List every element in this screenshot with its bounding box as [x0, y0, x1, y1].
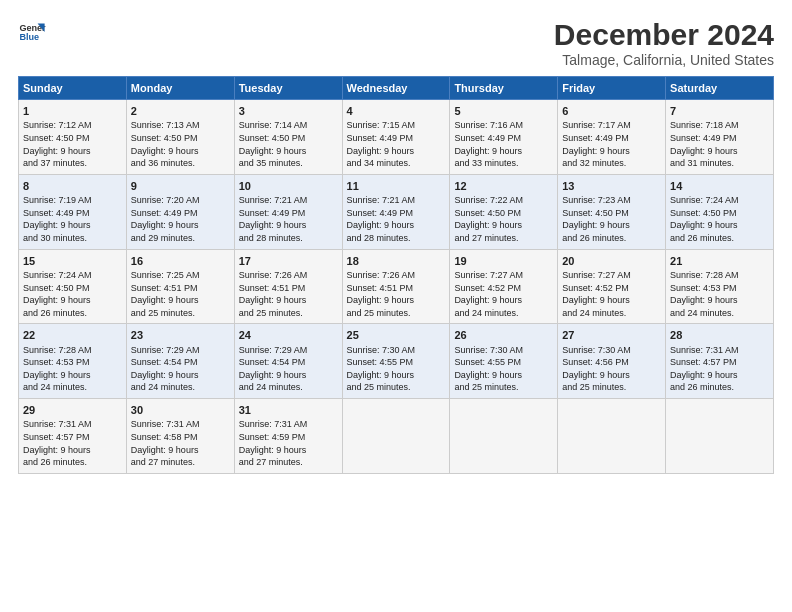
day-info: Daylight: 9 hours — [239, 294, 338, 307]
day-info: and 25 minutes. — [131, 307, 230, 320]
day-info: Sunrise: 7:30 AM — [454, 344, 553, 357]
day-info: and 26 minutes. — [23, 456, 122, 469]
day-info: Daylight: 9 hours — [670, 369, 769, 382]
day-info: Sunrise: 7:21 AM — [347, 194, 446, 207]
day-cell: 1Sunrise: 7:12 AMSunset: 4:50 PMDaylight… — [19, 100, 127, 175]
day-info: Sunset: 4:49 PM — [239, 207, 338, 220]
day-number: 19 — [454, 254, 553, 269]
day-info: and 26 minutes. — [562, 232, 661, 245]
day-info: Sunset: 4:49 PM — [454, 132, 553, 145]
day-number: 4 — [347, 104, 446, 119]
day-number: 15 — [23, 254, 122, 269]
day-number: 14 — [670, 179, 769, 194]
day-info: Sunset: 4:49 PM — [23, 207, 122, 220]
day-info: and 25 minutes. — [562, 381, 661, 394]
day-cell: 29Sunrise: 7:31 AMSunset: 4:57 PMDayligh… — [19, 399, 127, 474]
day-info: Sunrise: 7:26 AM — [239, 269, 338, 282]
day-info: and 32 minutes. — [562, 157, 661, 170]
day-info: Daylight: 9 hours — [562, 145, 661, 158]
day-info: Sunrise: 7:12 AM — [23, 119, 122, 132]
day-info: Sunrise: 7:24 AM — [23, 269, 122, 282]
day-info: and 27 minutes. — [131, 456, 230, 469]
day-number: 28 — [670, 328, 769, 343]
day-cell: 22Sunrise: 7:28 AMSunset: 4:53 PMDayligh… — [19, 324, 127, 399]
day-info: and 24 minutes. — [562, 307, 661, 320]
day-info: and 30 minutes. — [23, 232, 122, 245]
header: General Blue December 2024 Talmage, Cali… — [18, 18, 774, 68]
day-info: Sunrise: 7:13 AM — [131, 119, 230, 132]
day-info: Sunset: 4:53 PM — [670, 282, 769, 295]
day-info: Sunrise: 7:17 AM — [562, 119, 661, 132]
day-cell — [558, 399, 666, 474]
day-number: 16 — [131, 254, 230, 269]
day-number: 9 — [131, 179, 230, 194]
day-info: Daylight: 9 hours — [562, 369, 661, 382]
day-cell: 7Sunrise: 7:18 AMSunset: 4:49 PMDaylight… — [666, 100, 774, 175]
day-info: Daylight: 9 hours — [239, 219, 338, 232]
day-info: and 24 minutes. — [670, 307, 769, 320]
day-cell: 19Sunrise: 7:27 AMSunset: 4:52 PMDayligh… — [450, 249, 558, 324]
day-cell: 13Sunrise: 7:23 AMSunset: 4:50 PMDayligh… — [558, 174, 666, 249]
day-info: Sunset: 4:51 PM — [239, 282, 338, 295]
day-cell — [342, 399, 450, 474]
day-cell: 4Sunrise: 7:15 AMSunset: 4:49 PMDaylight… — [342, 100, 450, 175]
day-info: and 25 minutes. — [347, 381, 446, 394]
day-info: Sunset: 4:55 PM — [454, 356, 553, 369]
day-info: and 34 minutes. — [347, 157, 446, 170]
main-title: December 2024 — [554, 18, 774, 52]
day-info: Daylight: 9 hours — [239, 444, 338, 457]
day-info: Daylight: 9 hours — [131, 369, 230, 382]
day-info: Sunset: 4:49 PM — [347, 132, 446, 145]
day-number: 11 — [347, 179, 446, 194]
day-info: Sunrise: 7:18 AM — [670, 119, 769, 132]
day-info: Daylight: 9 hours — [562, 294, 661, 307]
day-info: and 31 minutes. — [670, 157, 769, 170]
subtitle: Talmage, California, United States — [554, 52, 774, 68]
day-cell: 31Sunrise: 7:31 AMSunset: 4:59 PMDayligh… — [234, 399, 342, 474]
day-number: 23 — [131, 328, 230, 343]
day-number: 13 — [562, 179, 661, 194]
day-number: 10 — [239, 179, 338, 194]
day-cell: 12Sunrise: 7:22 AMSunset: 4:50 PMDayligh… — [450, 174, 558, 249]
day-info: and 33 minutes. — [454, 157, 553, 170]
day-info: Daylight: 9 hours — [23, 219, 122, 232]
day-info: Sunset: 4:52 PM — [562, 282, 661, 295]
day-info: Sunrise: 7:29 AM — [239, 344, 338, 357]
header-friday: Friday — [558, 77, 666, 100]
day-info: and 26 minutes. — [23, 307, 122, 320]
day-info: Sunset: 4:50 PM — [562, 207, 661, 220]
day-info: Sunrise: 7:14 AM — [239, 119, 338, 132]
week-row-5: 29Sunrise: 7:31 AMSunset: 4:57 PMDayligh… — [19, 399, 774, 474]
day-cell: 28Sunrise: 7:31 AMSunset: 4:57 PMDayligh… — [666, 324, 774, 399]
title-block: December 2024 Talmage, California, Unite… — [554, 18, 774, 68]
day-info: Daylight: 9 hours — [670, 145, 769, 158]
header-sunday: Sunday — [19, 77, 127, 100]
day-info: and 29 minutes. — [131, 232, 230, 245]
day-info: Sunrise: 7:29 AM — [131, 344, 230, 357]
day-info: Sunset: 4:57 PM — [23, 431, 122, 444]
day-info: Daylight: 9 hours — [347, 219, 446, 232]
day-number: 7 — [670, 104, 769, 119]
day-info: Sunset: 4:52 PM — [454, 282, 553, 295]
day-info: Daylight: 9 hours — [347, 145, 446, 158]
day-info: Sunrise: 7:16 AM — [454, 119, 553, 132]
day-number: 3 — [239, 104, 338, 119]
day-info: and 26 minutes. — [670, 232, 769, 245]
header-thursday: Thursday — [450, 77, 558, 100]
svg-text:Blue: Blue — [19, 32, 39, 42]
day-info: Daylight: 9 hours — [347, 369, 446, 382]
day-info: Sunset: 4:50 PM — [23, 282, 122, 295]
day-number: 22 — [23, 328, 122, 343]
day-info: Sunrise: 7:25 AM — [131, 269, 230, 282]
day-number: 5 — [454, 104, 553, 119]
day-info: Sunset: 4:50 PM — [23, 132, 122, 145]
day-cell: 27Sunrise: 7:30 AMSunset: 4:56 PMDayligh… — [558, 324, 666, 399]
day-info: and 35 minutes. — [239, 157, 338, 170]
day-info: Sunset: 4:57 PM — [670, 356, 769, 369]
day-cell: 15Sunrise: 7:24 AMSunset: 4:50 PMDayligh… — [19, 249, 127, 324]
logo-icon: General Blue — [18, 18, 46, 46]
day-cell: 20Sunrise: 7:27 AMSunset: 4:52 PMDayligh… — [558, 249, 666, 324]
day-info: Sunset: 4:49 PM — [670, 132, 769, 145]
day-number: 17 — [239, 254, 338, 269]
day-info: Sunset: 4:54 PM — [239, 356, 338, 369]
